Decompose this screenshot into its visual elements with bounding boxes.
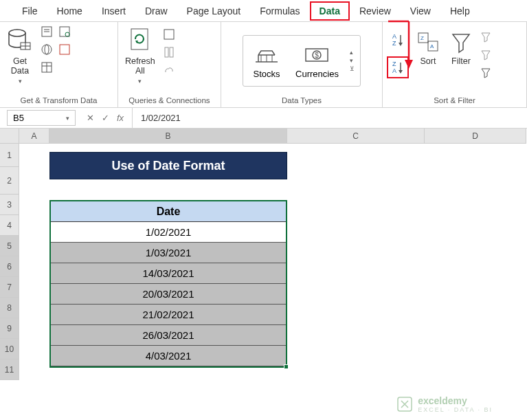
- formula-input[interactable]: 1/02/2021: [133, 113, 527, 123]
- row-header-2[interactable]: 2: [0, 167, 19, 195]
- row-header-6[interactable]: 6: [0, 256, 19, 277]
- row-header-3[interactable]: 3: [0, 195, 19, 215]
- ribbon: Get Data ▾ Get & Transform Data Refresh: [0, 22, 527, 108]
- row-header-9[interactable]: 9: [0, 318, 19, 339]
- group-queries-label: Queries & Connections: [122, 96, 216, 107]
- ribbon-group-data-types: Stocks $ Currencies ▴ ▾ ⊻ Data Types: [221, 22, 383, 107]
- filter-icon: [450, 30, 472, 55]
- cell-B5[interactable]: 1/02/2021: [51, 222, 286, 243]
- tab-draw[interactable]: Draw: [135, 1, 177, 21]
- properties-icon[interactable]: [162, 45, 176, 59]
- svg-text:A: A: [392, 33, 396, 40]
- svg-point-8: [65, 32, 69, 36]
- svg-rect-18: [165, 47, 168, 57]
- refresh-icon: [127, 26, 153, 55]
- svg-marker-29: [399, 43, 403, 46]
- sort-descending-button[interactable]: Z A: [387, 56, 409, 78]
- cell-B9[interactable]: 21/02/2021: [51, 305, 286, 325]
- watermark: exceldemy EXCEL · DATA · BI: [396, 395, 493, 413]
- queries-connections-icon[interactable]: [162, 27, 176, 41]
- tab-home[interactable]: Home: [47, 1, 92, 21]
- filter-button[interactable]: Filter: [447, 29, 475, 67]
- date-table[interactable]: Date 1/02/2021 1/03/2021 14/03/2021 20/0…: [49, 200, 287, 368]
- chevron-up-icon[interactable]: ▴: [350, 49, 355, 56]
- enter-icon[interactable]: ✓: [99, 113, 111, 123]
- row-header-8[interactable]: 8: [0, 298, 19, 318]
- database-icon: [7, 26, 33, 55]
- edit-links-icon[interactable]: [162, 63, 176, 77]
- ribbon-group-queries: Refresh All ▾ Queries & Connections: [118, 22, 221, 107]
- reapply-icon[interactable]: [479, 48, 493, 62]
- stocks-label: Stocks: [254, 69, 280, 79]
- sort-label: Sort: [421, 56, 436, 66]
- row-header-4[interactable]: 4: [0, 215, 19, 236]
- row-header-1[interactable]: 1: [0, 144, 19, 167]
- row-header-11[interactable]: 11: [0, 360, 19, 380]
- svg-text:Z: Z: [392, 40, 396, 47]
- tab-formulas[interactable]: Formulas: [250, 1, 309, 21]
- group-sort-filter-label: Sort & Filter: [387, 96, 522, 107]
- chevron-down-icon[interactable]: ▾: [350, 57, 355, 64]
- get-data-button[interactable]: Get Data ▾: [4, 25, 36, 86]
- sort-za-icon: Z A: [390, 59, 406, 76]
- col-header-C[interactable]: C: [287, 129, 425, 144]
- refresh-all-button[interactable]: Refresh All ▾: [122, 25, 158, 86]
- ribbon-group-get-transform: Get Data ▾ Get & Transform Data: [0, 22, 118, 107]
- tab-data[interactable]: Data: [310, 1, 350, 21]
- sort-ascending-button[interactable]: A Z: [387, 29, 409, 51]
- cancel-icon[interactable]: ✕: [84, 113, 96, 123]
- stocks-icon: [251, 43, 282, 66]
- ribbon-group-sort-filter: A Z Z A: [383, 22, 527, 107]
- ribbon-tabs: File Home Insert Draw Page Layout Formul…: [0, 0, 527, 22]
- name-box[interactable]: B5 ▾: [7, 110, 76, 126]
- row-header-7[interactable]: 7: [0, 277, 19, 298]
- svg-text:A: A: [430, 43, 434, 49]
- tab-view[interactable]: View: [401, 1, 440, 21]
- fill-handle[interactable]: [284, 364, 289, 369]
- sort-az-icon: A Z: [390, 32, 406, 48]
- svg-text:Z: Z: [392, 60, 396, 67]
- clear-filter-icon[interactable]: [479, 30, 493, 44]
- tab-help[interactable]: Help: [440, 1, 480, 21]
- svg-rect-17: [164, 30, 174, 39]
- stocks-button[interactable]: Stocks: [246, 40, 287, 82]
- tab-page-layout[interactable]: Page Layout: [177, 1, 251, 21]
- from-table-range-icon[interactable]: [40, 60, 54, 74]
- spreadsheet: 1 2 3 4 5 6 7 8 9 10 11 A B C D Use of D…: [0, 129, 527, 380]
- currencies-button[interactable]: $ Currencies: [290, 40, 344, 82]
- refresh-all-label: Refresh All: [125, 56, 155, 76]
- existing-connections-icon[interactable]: [58, 43, 71, 56]
- expand-icon[interactable]: ⊻: [350, 65, 355, 72]
- row-header-10[interactable]: 10: [0, 339, 19, 360]
- chevron-down-icon: ▾: [19, 78, 22, 85]
- recent-sources-icon[interactable]: [58, 25, 71, 38]
- cell-B6[interactable]: 1/03/2021: [51, 243, 286, 263]
- cell-B10[interactable]: 26/03/2021: [51, 325, 286, 346]
- currencies-label: Currencies: [295, 69, 339, 79]
- col-header-D[interactable]: D: [425, 129, 526, 144]
- advanced-filter-icon[interactable]: [479, 66, 493, 80]
- tab-file[interactable]: File: [12, 1, 47, 21]
- tab-insert[interactable]: Insert: [92, 1, 135, 21]
- col-header-B[interactable]: B: [49, 129, 287, 144]
- cell-B8[interactable]: 20/03/2021: [51, 284, 286, 305]
- chevron-down-icon: ▾: [66, 115, 69, 122]
- get-data-label: Get Data: [11, 56, 29, 76]
- cell-B11[interactable]: 4/03/2021: [51, 346, 286, 366]
- sheet-title: Use of Date Format: [49, 152, 287, 179]
- col-header-A[interactable]: A: [19, 129, 49, 144]
- from-text-csv-icon[interactable]: [40, 25, 54, 38]
- fx-icon[interactable]: fx: [114, 113, 126, 123]
- sort-button[interactable]: Z A Sort: [413, 29, 443, 67]
- svg-rect-15: [131, 29, 148, 49]
- watermark-brand: exceldemy: [418, 395, 467, 406]
- cell-B7[interactable]: 14/03/2021: [51, 263, 286, 284]
- row-header-5[interactable]: 5: [0, 236, 19, 256]
- watermark-tag: EXCEL · DATA · BI: [418, 406, 493, 413]
- group-data-types-label: Data Types: [225, 96, 378, 107]
- from-web-icon[interactable]: [40, 43, 54, 56]
- svg-rect-11: [60, 45, 69, 54]
- tab-review[interactable]: Review: [350, 1, 401, 21]
- select-all-corner[interactable]: [0, 129, 19, 144]
- chevron-down-icon: ▾: [138, 78, 142, 85]
